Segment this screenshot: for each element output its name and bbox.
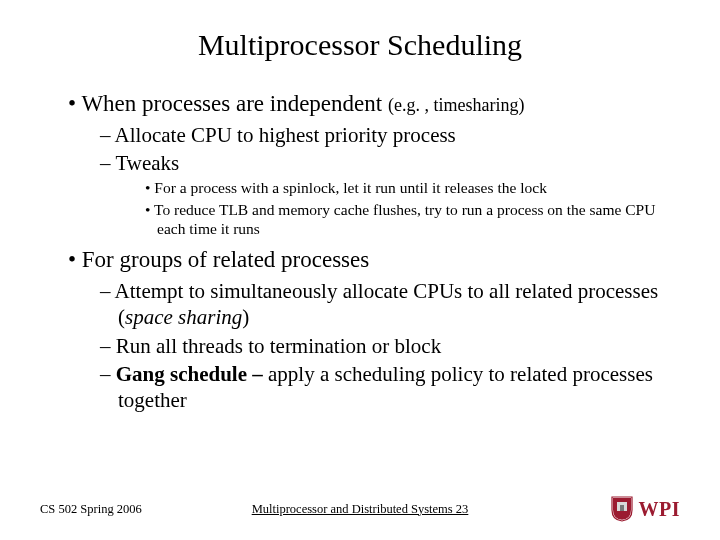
- footer-logo: WPI: [611, 496, 681, 522]
- bullet-gang-schedule: Gang schedule – apply a scheduling polic…: [100, 361, 680, 414]
- bullet-allocate-cpu: Allocate CPU to highest priority process: [100, 122, 680, 148]
- space-sharing-term: space sharing: [125, 305, 242, 329]
- bullet-run-threads: Run all threads to termination or block: [100, 333, 680, 359]
- bullet-tweaks: Tweaks: [100, 150, 680, 176]
- svg-rect-1: [620, 505, 624, 511]
- footer-page-title: Multiprocessor and Distributed Systems 2…: [252, 502, 469, 517]
- bullet-tlb: To reduce TLB and memory cache flushes, …: [145, 200, 680, 239]
- slide-footer: CS 502 Spring 2006 Multiprocessor and Di…: [0, 496, 720, 522]
- footer-course: CS 502 Spring 2006: [40, 502, 142, 517]
- bullet-independent: When processes are independent (e.g. , t…: [68, 90, 680, 119]
- wpi-logo-text: WPI: [639, 498, 681, 521]
- bullet-independent-paren: (e.g. , timesharing): [388, 95, 524, 115]
- bullet-independent-main: When processes are independent: [81, 91, 388, 116]
- gang-schedule-term: Gang schedule –: [116, 362, 268, 386]
- bullet-groups: For groups of related processes: [68, 246, 680, 275]
- wpi-shield-icon: [611, 496, 633, 522]
- bullet-space-sharing: Attempt to simultaneously allocate CPUs …: [100, 278, 680, 331]
- slide-title: Multiprocessor Scheduling: [40, 28, 680, 62]
- space-sharing-post: ): [242, 305, 249, 329]
- bullet-spinlock: For a process with a spinlock, let it ru…: [145, 178, 680, 197]
- slide: Multiprocessor Scheduling When processes…: [0, 0, 720, 540]
